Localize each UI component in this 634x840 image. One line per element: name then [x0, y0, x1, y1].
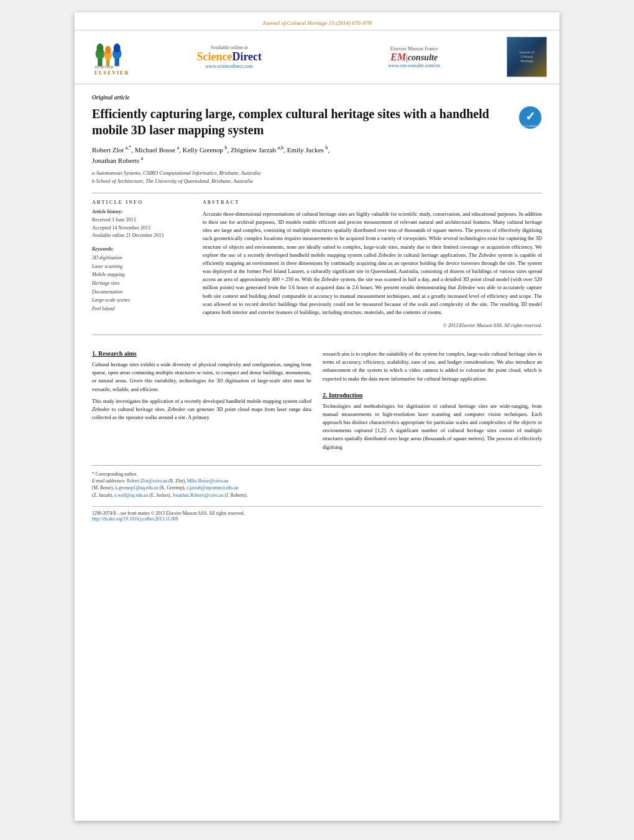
elsevier-tree-icon: ELSEVIER [93, 38, 131, 69]
article-title-row: Efficiently capturing large, complex cul… [92, 106, 542, 138]
keywords-list: 3D digitisation Laser scanning Mobile ma… [92, 254, 191, 313]
history-label: Article history: [92, 209, 191, 215]
section1: 1. Research aims Cultural heritage sites… [92, 350, 311, 422]
copyright: © 2013 Elsevier Masson SAS. All rights r… [203, 323, 542, 328]
section-divider-2 [92, 335, 542, 335]
abstract-text: Accurate three-dimensional representatio… [203, 210, 542, 316]
doi-anchor[interactable]: http://dx.doi.org/10.1016/j.culher.2013.… [92, 516, 178, 522]
abstract-col: ABSTRACT Accurate three-dimensional repr… [203, 200, 542, 328]
email-greenop[interactable]: k.greenop1@uq.edu.au [115, 485, 158, 491]
sciencedirect-url: www.sciencedirect.com [137, 63, 322, 69]
page-footer: 1296-2074/$ – see front matter © 2013 El… [92, 506, 542, 522]
article-info-abstract-row: ARTICLE INFO Article history: Received 3… [92, 200, 542, 328]
keywords-section: Keywords: 3D digitisation Laser scanning… [92, 246, 191, 313]
received-date: Received 3 June 2013 Accepted 14 Novembe… [92, 216, 191, 240]
affiliation-a: a Autonomous Systems, CSIRO Computationa… [92, 169, 542, 177]
article-content: Original article Efficiently capturing l… [75, 85, 559, 532]
crossmark-icon: ✓ CrossMark [518, 106, 542, 129]
keywords-label: Keywords: [92, 246, 191, 252]
email-juckes[interactable]: e.wall@uq.edu.au [114, 492, 148, 498]
emconsulte-header: Elsevier Masson France [322, 46, 507, 52]
footnotes: * Corresponding author. E-mail addresses… [92, 465, 542, 499]
section1-para2: This study investigates the application … [92, 397, 311, 422]
svg-point-2 [96, 44, 103, 53]
right-body-col: research aim is to explore the suitabili… [323, 341, 542, 455]
journal-header-strip: Journal of Cultural Heritage 15 (2014) 6… [75, 12, 559, 30]
footnote-emails: E-mail addresses: Robert.Zlot@csiro.au (… [92, 478, 542, 499]
svg-point-8 [114, 44, 121, 53]
emconsulte-logo: EM|consulte [322, 52, 507, 63]
section1-right-para1: research aim is to explore the suitabili… [323, 350, 542, 383]
section1-para1: Cultural heritage sites exhibit a wide d… [92, 361, 311, 394]
affiliations: a Autonomous Systems, CSIRO Computationa… [92, 169, 542, 185]
logos-row: ELSEVIER ELSEVIER Available online at Sc… [75, 30, 559, 85]
section1-continued: research aim is to explore the suitabili… [323, 350, 542, 383]
svg-text:ELSEVIER: ELSEVIER [95, 65, 114, 69]
emconsulte-block: Elsevier Masson France EM|consulte www.e… [322, 46, 507, 68]
elsevier-logo: ELSEVIER ELSEVIER [87, 38, 137, 76]
authors: Robert Zlot a,*, Michael Bosse a, Kelly … [92, 144, 542, 165]
section1-title: 1. Research aims [92, 350, 311, 357]
article-info-header: ARTICLE INFO [92, 200, 191, 205]
elsevier-text: ELSEVIER [94, 70, 129, 76]
doi-link: http://dx.doi.org/10.1016/j.culher.2013.… [92, 516, 542, 522]
sciencedirect-block: Available online at ScienceDirect www.sc… [137, 45, 322, 69]
holding-word: holding [420, 260, 436, 266]
section2-title: 2. Introduction [323, 392, 542, 399]
article-page: Journal of Cultural Heritage 15 (2014) 6… [75, 12, 559, 821]
section-divider [92, 193, 542, 193]
journal-cover: Journal ofCulturalHeritage [507, 37, 547, 77]
article-title: Efficiently capturing large, complex cul… [92, 106, 512, 138]
article-history-section: Article history: Received 3 June 2013 Ac… [92, 209, 191, 240]
abstract-header: ABSTRACT [203, 200, 542, 205]
left-body-col: 1. Research aims Cultural heritage sites… [92, 341, 311, 455]
journal-title: Journal of Cultural Heritage 15 (2014) 6… [262, 20, 372, 26]
article-type: Original article [92, 95, 542, 101]
email-jarzab[interactable]: z.jarzab@uqconnect.edu.au [186, 485, 238, 491]
svg-point-5 [105, 46, 111, 54]
section2-para1: Technologies and methodologies for digit… [323, 402, 542, 451]
email-roberts[interactable]: Jonathan.Roberts@csiro.au [172, 492, 223, 498]
available-online-text: Available online at [137, 45, 322, 50]
svg-text:✓: ✓ [525, 109, 536, 123]
affiliation-b: b School of Architecture, The University… [92, 177, 542, 185]
email-zlot[interactable]: Robert.Zlot@csiro.au [127, 478, 167, 484]
footnote-corresponding: * Corresponding author. [92, 471, 542, 478]
emconsulte-url: www.em-consulte.com/en [322, 63, 507, 68]
article-info-col: ARTICLE INFO Article history: Received 3… [92, 200, 191, 328]
email-bosse[interactable]: Mike.Bosse@csiro.au [187, 478, 228, 484]
svg-text:CrossMark: CrossMark [523, 124, 538, 127]
sciencedirect-logo: ScienceDirect [137, 50, 322, 63]
body-two-col: 1. Research aims Cultural heritage sites… [92, 341, 542, 455]
issn-text: 1296-2074/$ – see front matter © 2013 El… [92, 510, 542, 516]
section2: 2. Introduction Technologies and methodo… [323, 392, 542, 451]
